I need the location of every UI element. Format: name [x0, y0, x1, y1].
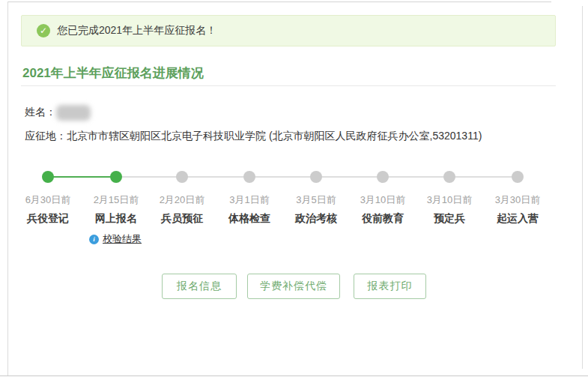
step-date: 2月20日前: [148, 193, 216, 207]
title-divider: [21, 85, 556, 86]
timeline-step-registration: 6月30日前 兵役登记: [13, 193, 82, 226]
timeline-step-pre-service-education: 3月10日前 役前教育: [348, 193, 417, 226]
name-label: 姓名：: [25, 106, 56, 119]
step-date: 2月15日前: [82, 193, 151, 207]
step-dot-8: [512, 171, 524, 183]
location-line: 应征地：北京市市辖区朝阳区北京电子科技职业学院 (北京市朝阳区人民政府征兵办公室…: [25, 130, 482, 143]
verify-result-label[interactable]: 校验结果: [103, 232, 142, 246]
step-dot-1: [42, 171, 54, 183]
timeline-step-pre-draft: 2月20日前 兵员预征: [148, 193, 216, 226]
step-title: 政治考核: [282, 212, 351, 226]
step-dot-2: [110, 171, 122, 183]
panel-top-border: [7, 1, 551, 2]
step-title: 兵役登记: [13, 212, 82, 226]
location-label: 应征地：: [25, 130, 67, 142]
step-title: 预定兵: [415, 212, 484, 226]
step-dot-5: [310, 171, 322, 183]
step-dot-4: [243, 171, 255, 183]
timeline-step-political-review: 3月5日前 政治考核: [282, 193, 351, 226]
step-title: 起运入营: [483, 212, 552, 226]
step-date: 3月10日前: [415, 193, 484, 207]
verify-result-link[interactable]: i 校验结果: [81, 232, 150, 246]
report-print-button[interactable]: 报表打印: [354, 274, 426, 299]
signup-info-button[interactable]: 报名信息: [162, 274, 237, 299]
timeline-track-completed: [48, 176, 116, 178]
step-date: 3月10日前: [348, 193, 417, 207]
step-title: 网上报名: [82, 212, 151, 226]
info-icon: i: [89, 235, 99, 244]
check-icon: ✓: [37, 24, 50, 37]
location-value: 北京市市辖区朝阳区北京电子科技职业学院 (北京市朝阳区人民政府征兵办公室,532…: [67, 130, 482, 142]
step-title: 体格检查: [215, 212, 284, 226]
panel-bottom-border: [0, 376, 588, 376]
panel-right-border: [582, 6, 583, 369]
timeline-step-pre-selected: 3月10日前 预定兵: [415, 193, 484, 226]
success-banner: ✓ 您已完成2021年上半年应征报名！: [21, 15, 556, 46]
timeline-step-online-signup: 2月15日前 网上报名: [82, 193, 151, 226]
step-date: 3月5日前: [282, 193, 351, 207]
step-title: 役前教育: [348, 212, 417, 226]
redacted-name: [56, 105, 91, 121]
step-dot-7: [443, 171, 455, 183]
tuition-compensation-button[interactable]: 学费补偿代偿: [247, 274, 340, 299]
panel-left-border: [7, 1, 8, 376]
step-date: 6月30日前: [13, 193, 82, 207]
page-title: 2021年上半年应征报名进展情况: [22, 64, 204, 82]
step-dot-6: [377, 171, 389, 183]
timeline-step-departure: 3月30日前 起运入营: [483, 193, 552, 226]
step-title: 兵员预征: [148, 212, 216, 226]
timeline-step-physical-exam: 3月1日前 体格检查: [215, 193, 284, 226]
step-date: 3月30日前: [483, 193, 552, 207]
step-date: 3月1日前: [215, 193, 284, 207]
step-dot-3: [176, 171, 188, 183]
success-message: 您已完成2021年上半年应征报名！: [57, 24, 216, 37]
